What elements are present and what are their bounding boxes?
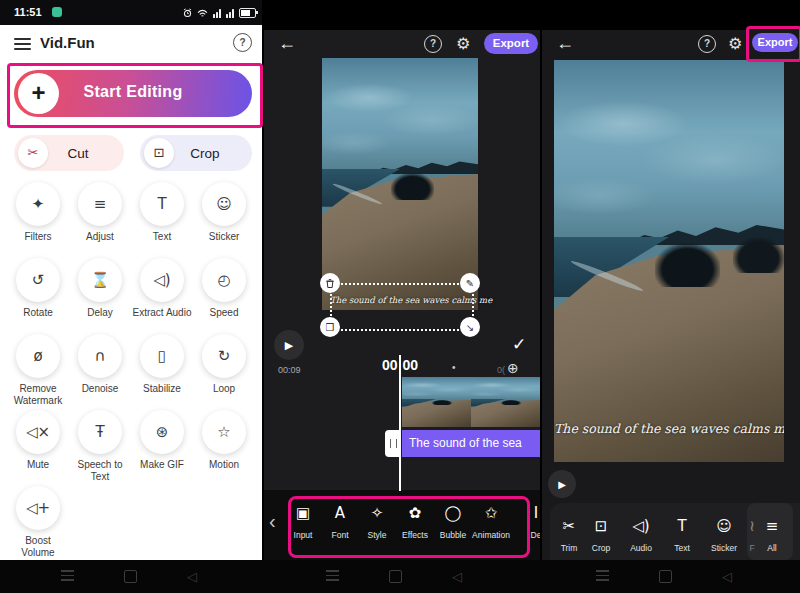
export-button[interactable]: Export [484, 33, 538, 54]
tool-icon: ◁+ [26, 499, 50, 517]
start-editing-button[interactable]: + Start Editing [14, 70, 252, 117]
trash-icon[interactable] [320, 273, 340, 293]
cut-label: Cut [48, 146, 108, 161]
toolbar-icon: ✧ [371, 504, 384, 524]
tool-label: Mute [27, 459, 49, 471]
confirm-icon[interactable]: ✓ [512, 334, 526, 355]
export-button[interactable]: Export [752, 33, 798, 52]
video-preview[interactable]: The sound of the sea waves calms me [554, 60, 784, 462]
tool-item[interactable]: T Text [131, 182, 193, 258]
gear-icon[interactable]: ⚙ [456, 34, 470, 53]
text-overlay[interactable]: The sound of the sea waves calms me [330, 295, 470, 305]
tool-label: Delay [87, 307, 113, 319]
toolbar-label: Effects [402, 530, 428, 540]
signal-bars-icon [213, 9, 221, 18]
toolbar-item[interactable]: ✩ Animation [469, 504, 513, 540]
toolbar-icon: T [677, 517, 686, 537]
home-icon[interactable] [659, 570, 672, 583]
recents-icon[interactable] [596, 570, 609, 584]
tool-label: Speed [210, 307, 239, 319]
cut-button[interactable]: ✂ Cut [14, 135, 124, 171]
play-button[interactable]: ▶ [274, 330, 304, 360]
back-icon[interactable]: ◁ [722, 571, 732, 582]
playhead[interactable] [399, 355, 401, 491]
video-preview[interactable] [322, 58, 478, 310]
back-icon[interactable]: ◁ [452, 571, 462, 582]
toolbar-item[interactable]: ⊡ Crop [579, 517, 623, 553]
toolbar-item-all[interactable]: ≡ All [750, 517, 794, 553]
notification-badge [52, 7, 62, 17]
help-icon[interactable]: ? [233, 33, 252, 52]
zoom-in-icon[interactable]: ⊕ [507, 360, 519, 376]
system-nav-bar: ◁ ◁ ◁ [0, 560, 800, 593]
rock [733, 237, 784, 273]
tool-item[interactable]: ◁+ Boost Volume [7, 486, 69, 562]
tool-item[interactable]: ▯ Stabilize [131, 334, 193, 410]
timeline-clipped-time: 0( [497, 365, 505, 375]
tool-item[interactable]: Ŧ Speech to Text [69, 410, 131, 486]
tool-item[interactable]: ø Remove Watermark [7, 334, 69, 410]
toolbar-item[interactable]: T Text [660, 517, 704, 553]
crop-button[interactable]: ⊡ Crop [140, 135, 252, 171]
tool-icon: ◴ [217, 271, 230, 289]
menu-icon[interactable] [14, 38, 31, 53]
toolbar-label: Animation [472, 530, 510, 540]
tool-item[interactable]: ◁× Mute [7, 410, 69, 486]
toolbar-label: Sticker [711, 543, 737, 553]
tool-item[interactable]: ↺ Rotate [7, 258, 69, 334]
toolbar-label: Bubble [440, 530, 466, 540]
tool-item[interactable]: ◁) Extract Audio [131, 258, 193, 334]
toolbar-item[interactable]: ◁) Audio [619, 517, 663, 553]
tools-grid: ✦ Filters ≡ Adjust T [7, 182, 255, 562]
video-track[interactable] [402, 377, 540, 427]
toolbar-item[interactable]: ☺ Sticker [702, 517, 746, 553]
tool-label: Remove Watermark [8, 383, 68, 406]
help-icon[interactable]: ? [424, 35, 442, 53]
tool-label: Denoise [82, 383, 119, 395]
home-icon[interactable] [124, 570, 137, 583]
tool-item[interactable]: ◴ Speed [193, 258, 255, 334]
timeline-dot: • [452, 362, 456, 373]
toolbar-item-partial[interactable]: I De [514, 504, 540, 540]
toolbar-icon: ▣ [296, 504, 310, 524]
tool-item[interactable]: ↻ Loop [193, 334, 255, 410]
tool-label: Adjust [86, 231, 114, 243]
back-icon[interactable]: ← [556, 33, 574, 54]
video-thumbnail [471, 377, 540, 427]
text-track[interactable]: The sound of the sea [402, 430, 540, 457]
back-icon[interactable]: ◁ [187, 571, 197, 582]
crop-icon: ⊡ [144, 138, 174, 168]
resize-icon[interactable]: ↘ [460, 317, 480, 337]
collapse-icon[interactable]: ‹ [269, 510, 276, 533]
copy-icon[interactable]: ❒ [320, 317, 340, 337]
status-bar: 11:51 [0, 0, 262, 25]
signal-bars-icon [226, 9, 234, 18]
tool-label: Rotate [23, 307, 52, 319]
text-selection-box[interactable] [330, 283, 474, 331]
tool-item[interactable]: ≡ Adjust [69, 182, 131, 258]
tool-label: Extract Audio [133, 307, 192, 319]
tool-item[interactable]: ⊛ Make GIF [131, 410, 193, 486]
home-icon[interactable] [389, 570, 402, 583]
help-icon[interactable]: ? [698, 35, 716, 53]
toolbar-label: Crop [592, 543, 610, 553]
tool-item[interactable]: ☺ Sticker [193, 182, 255, 258]
tool-item[interactable]: ∩ Denoise [69, 334, 131, 410]
recents-icon[interactable] [61, 570, 74, 584]
wifi-icon [197, 9, 208, 18]
toolbar-icon: ⊡ [595, 517, 608, 537]
tool-label: Filters [24, 231, 51, 243]
rock [655, 243, 719, 287]
toolbar-icon: A [335, 504, 345, 524]
editor-main-screen: ← ? ⚙ Export The sound of the sea waves … [540, 0, 800, 593]
tool-item[interactable]: ☆ Motion [193, 410, 255, 486]
play-button[interactable]: ▶ [548, 470, 576, 498]
tool-item[interactable]: ⌛ Delay [69, 258, 131, 334]
recents-icon[interactable] [326, 570, 339, 584]
toolbar-icon: I [534, 504, 538, 524]
pencil-icon[interactable]: ✎ [460, 273, 480, 293]
main-toolbar: ✂ Trim ⊡ Crop ◁) Audio T [550, 503, 800, 560]
back-icon[interactable]: ← [278, 33, 296, 54]
tool-item[interactable]: ✦ Filters [7, 182, 69, 258]
gear-icon[interactable]: ⚙ [728, 34, 742, 53]
